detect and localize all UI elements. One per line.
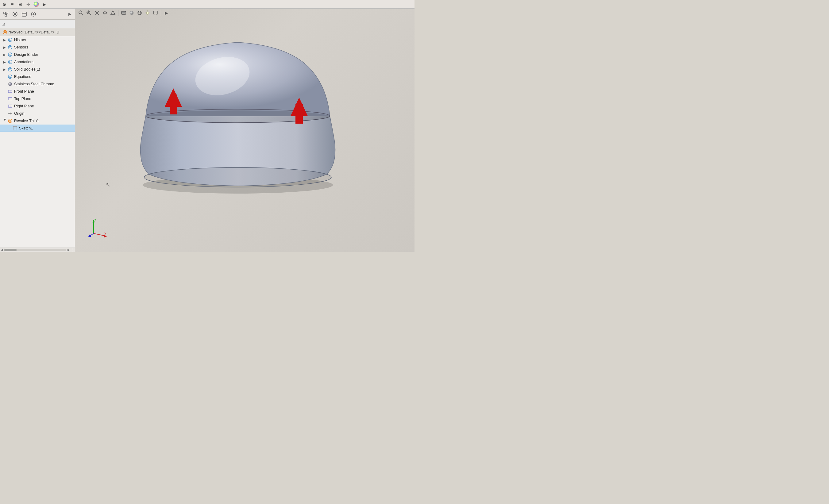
scroll-thumb[interactable] <box>4 249 16 251</box>
main-area: ▶ ⊿ revolved (Default<<Default>_D ▶ <box>0 9 414 252</box>
tree-item-front-plane[interactable]: Front Plane <box>0 88 75 95</box>
toolbar-icon-grid[interactable]: ⊞ <box>17 1 23 7</box>
sidebar-scrollbar[interactable]: ◀ ▶ ⋮ <box>0 248 75 252</box>
3d-model <box>112 18 364 196</box>
annotations-icon <box>7 59 13 65</box>
viewport[interactable]: ▶ <box>75 9 414 252</box>
svg-point-16 <box>10 40 10 40</box>
svg-point-41 <box>9 113 11 114</box>
svg-point-13 <box>4 31 6 33</box>
equations-icon <box>7 74 13 79</box>
tree-title-icon <box>2 30 7 35</box>
design-binder-label: Design Binder <box>14 52 75 57</box>
expand-arrow-annotations[interactable]: ▶ <box>2 60 7 64</box>
svg-point-44 <box>10 120 11 121</box>
svg-rect-2 <box>6 12 8 14</box>
tree-item-origin[interactable]: Origin <box>0 110 75 117</box>
fm-icon-config[interactable] <box>20 10 28 18</box>
svg-line-84 <box>94 233 105 236</box>
toolbar-icon-plus[interactable]: ✛ <box>25 1 31 7</box>
revolve-icon <box>7 118 13 123</box>
scroll-track[interactable] <box>4 249 66 251</box>
right-plane-label: Right Plane <box>14 104 75 108</box>
top-toolbar: ⚙ ≡ ⊞ ✛ ▶ <box>0 0 414 9</box>
svg-point-28 <box>10 69 10 70</box>
toolbar-icon-arrow[interactable]: ▶ <box>41 1 47 7</box>
svg-text:Y: Y <box>94 218 96 222</box>
fm-icon-plus[interactable] <box>30 10 37 18</box>
fm-icon-featuretree[interactable] <box>2 10 10 18</box>
tree-item-equations[interactable]: Equations <box>0 73 75 80</box>
tree-item-sketch1[interactable]: Sketch1 <box>0 124 75 132</box>
fm-icon-propertymanager[interactable] <box>11 10 19 18</box>
vt-lighting-icon[interactable] <box>144 9 151 16</box>
expand-arrow-sensors[interactable]: ▶ <box>2 45 7 49</box>
filter-icon: ⊿ <box>2 22 5 26</box>
vt-globe-icon[interactable] <box>136 9 143 16</box>
vt-zoom-icon[interactable] <box>85 9 92 16</box>
filter-bar: ⊿ <box>0 20 75 28</box>
fm-collapse-arrow[interactable]: ▶ <box>67 11 73 17</box>
vt-sep2 <box>161 10 161 15</box>
svg-point-46 <box>79 11 82 14</box>
material-label: Stainless Steel Chrome <box>14 82 75 86</box>
mouse-cursor: ↖ <box>106 181 112 187</box>
svg-rect-67 <box>153 11 158 14</box>
feature-manager-toolbar: ▶ <box>0 9 75 20</box>
expand-arrow-solid-bodies[interactable]: ▶ <box>2 67 7 71</box>
expand-arrow-history[interactable]: ▶ <box>2 38 7 42</box>
svg-point-22 <box>10 54 10 55</box>
front-plane-icon <box>7 88 13 94</box>
tree-item-design-binder[interactable]: ▶ Design Binder <box>0 51 75 58</box>
tree-item-sensors[interactable]: ▶ Sensors <box>0 43 75 51</box>
svg-point-31 <box>10 76 10 77</box>
vt-render-icon[interactable] <box>128 9 135 16</box>
expand-arrow-revolve[interactable]: ▶ <box>2 119 7 123</box>
vt-wireframe-icon[interactable] <box>110 9 116 16</box>
vt-view-icon[interactable] <box>102 9 108 16</box>
svg-point-0 <box>34 2 39 7</box>
toolbar-icon-list[interactable]: ≡ <box>9 1 15 7</box>
scroll-left-arrow[interactable]: ◀ <box>1 248 3 252</box>
sketch1-icon <box>12 125 18 131</box>
svg-line-51 <box>89 13 91 15</box>
vt-display-icon[interactable] <box>120 9 127 16</box>
svg-marker-55 <box>111 11 115 14</box>
toolbar-icon-settings[interactable]: ⚙ <box>1 1 7 7</box>
svg-rect-6 <box>22 12 26 16</box>
vt-more-icon[interactable]: ▶ <box>163 9 170 16</box>
origin-label: Origin <box>14 111 75 116</box>
tree-item-right-plane[interactable]: Right Plane <box>0 103 75 110</box>
scroll-right-arrow[interactable]: ▶ <box>68 248 70 252</box>
design-binder-icon <box>7 52 13 57</box>
scroll-dots-handle[interactable]: ⋮ <box>71 248 74 252</box>
coordinate-axes: Y X <box>87 218 106 237</box>
sidebar: ▶ ⊿ revolved (Default<<Default>_D ▶ <box>0 9 75 252</box>
vt-monitor-icon[interactable] <box>152 9 159 16</box>
tree-content[interactable]: ▶ History ▶ <box>0 36 75 248</box>
vt-sep1 <box>118 10 118 15</box>
vt-cut-icon[interactable] <box>94 9 100 16</box>
tree-item-solid-bodies[interactable]: ▶ Solid Bodies(1) <box>0 66 75 73</box>
history-icon <box>7 37 13 43</box>
front-plane-label: Front Plane <box>14 89 75 94</box>
expand-arrow-design-binder[interactable]: ▶ <box>2 52 7 57</box>
sensors-label: Sensors <box>14 45 75 49</box>
sketch1-label: Sketch1 <box>19 126 75 130</box>
vt-search-icon[interactable] <box>78 9 84 16</box>
tree-title-label: revolved (Default<<Default>_D <box>9 30 59 34</box>
svg-point-62 <box>146 12 149 14</box>
sensors-icon <box>7 44 13 50</box>
svg-point-25 <box>10 62 10 62</box>
viewport-toolbar: ▶ <box>75 9 414 17</box>
svg-rect-45 <box>13 127 17 130</box>
svg-rect-3 <box>5 14 7 16</box>
tree-item-history[interactable]: ▶ History <box>0 36 75 43</box>
tree-item-annotations[interactable]: ▶ Annotations <box>0 58 75 66</box>
tree-item-top-plane[interactable]: Top Plane <box>0 95 75 103</box>
tree-item-material[interactable]: Stainless Steel Chrome <box>0 80 75 88</box>
annotations-label: Annotations <box>14 60 75 64</box>
tree-item-revolve[interactable]: ▶ Revolve-Thin1 <box>0 117 75 124</box>
revolve-label: Revolve-Thin1 <box>14 119 75 123</box>
toolbar-icon-color[interactable] <box>33 1 39 7</box>
